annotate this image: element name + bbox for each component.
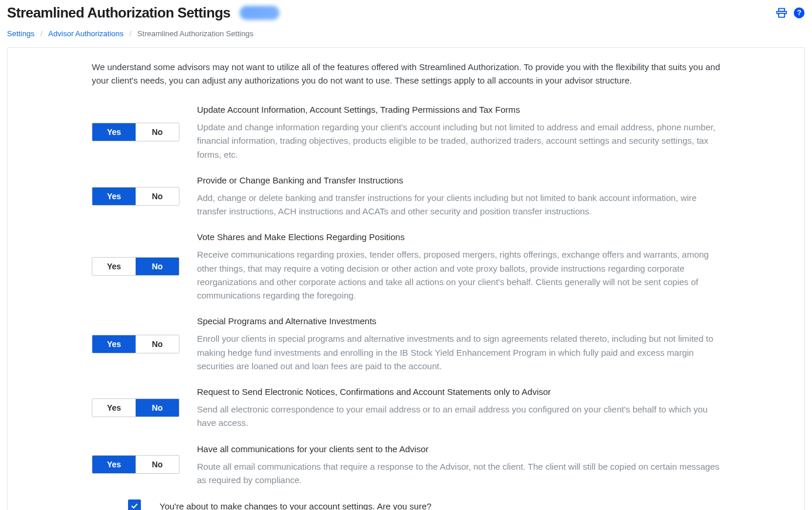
setting-row: YesNoHave all communications for your cl… xyxy=(92,443,720,487)
toggle-no[interactable]: No xyxy=(136,399,179,417)
toggle-no[interactable]: No xyxy=(136,335,179,353)
yes-no-toggle[interactable]: YesNo xyxy=(92,257,179,276)
toggle-yes[interactable]: Yes xyxy=(92,456,136,473)
settings-card: We understand some advisors may not want… xyxy=(7,47,805,510)
yes-no-toggle[interactable]: YesNo xyxy=(92,455,179,474)
account-badge xyxy=(240,6,279,20)
breadcrumb-settings[interactable]: Settings xyxy=(7,29,34,38)
setting-description: Send all electronic correspondence to yo… xyxy=(197,403,720,430)
toggle-no[interactable]: No xyxy=(136,456,179,473)
toggle-no[interactable]: No xyxy=(136,188,179,205)
setting-description: Update and change information regarding … xyxy=(197,120,720,161)
svg-rect-1 xyxy=(779,13,785,18)
toggle-yes[interactable]: Yes xyxy=(92,335,136,353)
setting-title: Vote Shares and Make Elections Regarding… xyxy=(197,231,720,243)
setting-description: Route all email communications that requ… xyxy=(197,460,720,487)
header-actions: ? xyxy=(776,7,805,19)
toggle-no[interactable]: No xyxy=(136,258,179,275)
yes-no-toggle[interactable]: YesNo xyxy=(92,398,179,417)
setting-row: YesNoUpdate Account Information, Account… xyxy=(92,103,720,161)
setting-description: Add, change or delete banking and transf… xyxy=(197,191,720,218)
confirm-text: You're about to make changes to your acc… xyxy=(160,501,431,511)
breadcrumb-sep: / xyxy=(40,29,43,38)
breadcrumb: Settings / Advisor Authorizations / Stre… xyxy=(0,21,812,47)
page-root: Streamlined Authorization Settings ? Set… xyxy=(0,0,812,510)
toggle-yes[interactable]: Yes xyxy=(92,399,136,417)
setting-row: YesNoProvide or Change Banking and Trans… xyxy=(92,174,720,218)
toggle-yes[interactable]: Yes xyxy=(92,258,136,275)
toggle-yes[interactable]: Yes xyxy=(92,123,136,141)
svg-text:?: ? xyxy=(797,9,801,17)
print-icon[interactable] xyxy=(776,7,787,19)
breadcrumb-sep: / xyxy=(129,29,132,38)
yes-no-toggle[interactable]: YesNo xyxy=(92,123,179,141)
breadcrumb-advisor[interactable]: Advisor Authorizations xyxy=(49,29,124,38)
setting-description: Receive communications regarding proxies… xyxy=(197,248,720,302)
toggle-yes[interactable]: Yes xyxy=(92,188,136,205)
setting-row: YesNoSpecial Programs and Alternative In… xyxy=(92,315,720,373)
yes-no-toggle[interactable]: YesNo xyxy=(92,335,179,353)
setting-row: YesNoRequest to Send Electronic Notices,… xyxy=(92,386,720,430)
breadcrumb-current: Streamlined Authorization Settings xyxy=(137,29,254,38)
header-left: Streamlined Authorization Settings xyxy=(7,5,279,21)
yes-no-toggle[interactable]: YesNo xyxy=(92,187,179,206)
setting-description: Enroll your clients in special programs … xyxy=(197,332,720,373)
toggle-no[interactable]: No xyxy=(136,123,179,141)
help-icon[interactable]: ? xyxy=(793,7,805,19)
intro-text: We understand some advisors may not want… xyxy=(92,61,720,87)
page-title: Streamlined Authorization Settings xyxy=(7,5,230,21)
setting-row: YesNoVote Shares and Make Elections Rega… xyxy=(92,231,720,302)
setting-title: Provide or Change Banking and Transfer I… xyxy=(197,174,720,186)
setting-title: Special Programs and Alternative Investm… xyxy=(197,315,720,327)
setting-title: Request to Send Electronic Notices, Conf… xyxy=(197,386,720,398)
confirm-row: You're about to make changes to your acc… xyxy=(92,499,720,510)
setting-title: Have all communications for your clients… xyxy=(197,443,720,455)
page-header: Streamlined Authorization Settings ? xyxy=(0,0,812,21)
setting-title: Update Account Information, Account Sett… xyxy=(197,103,720,116)
settings-list: YesNoUpdate Account Information, Account… xyxy=(92,103,720,487)
confirm-checkbox[interactable] xyxy=(128,499,141,510)
